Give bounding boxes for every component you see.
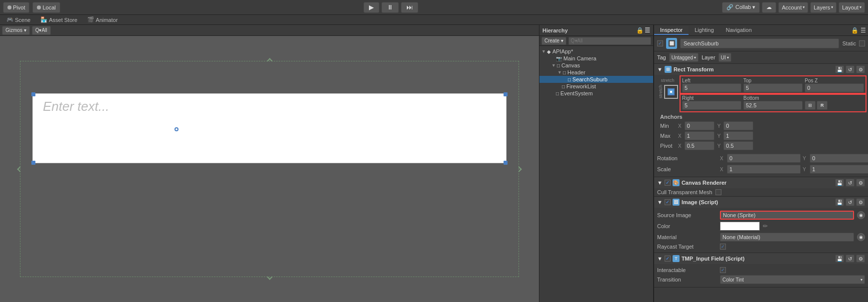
source-image-circle-btn[interactable]: ◉ xyxy=(857,211,865,219)
all-button[interactable]: Q▾All xyxy=(32,26,51,35)
pause-button[interactable]: ⏸ xyxy=(381,2,399,13)
canvas-renderer-checkbox[interactable] xyxy=(665,180,671,186)
list-item[interactable]: ▶ □ SearchSuburb xyxy=(539,76,653,83)
stretch-center xyxy=(670,91,672,93)
stretch-area: stretch stretch xyxy=(657,77,678,111)
list-item[interactable]: ▼ □ Canvas xyxy=(539,62,653,69)
handle-br[interactable] xyxy=(504,161,508,165)
list-item[interactable]: ▼ ◆ APIApp* xyxy=(539,48,653,55)
posz-input[interactable] xyxy=(805,83,864,92)
tab-asset-store[interactable]: 🏪 Asset Store xyxy=(36,15,82,24)
cr-save-btn[interactable]: 💾 xyxy=(835,179,844,187)
min-row: Min X Y xyxy=(660,121,862,131)
is-reset-btn[interactable]: ↺ xyxy=(846,198,855,206)
static-checkbox[interactable] xyxy=(859,40,865,46)
tab-lighting[interactable]: Lighting xyxy=(689,26,720,35)
list-item[interactable]: ▶ □ EventSystem xyxy=(539,90,653,97)
input-field-display[interactable]: Enter text... xyxy=(32,93,507,163)
layers-dropdown[interactable]: Layers ▾ xyxy=(810,2,837,13)
bottom-group: Bottom xyxy=(743,95,803,110)
raycast-checkbox[interactable] xyxy=(720,244,726,250)
material-circle-btn[interactable]: ◉ xyxy=(857,233,865,241)
left-label: Left xyxy=(682,78,741,83)
pivot-x-input[interactable] xyxy=(685,141,714,150)
scale-x-input[interactable] xyxy=(727,165,801,174)
list-item[interactable]: ▶ □ FireworkList xyxy=(539,83,653,90)
step-button[interactable]: ⏭ xyxy=(401,2,418,13)
source-image-input[interactable] xyxy=(720,211,854,220)
rect-menu-btn[interactable]: ⚙ xyxy=(856,65,865,73)
object-enabled-checkbox[interactable] xyxy=(657,40,663,46)
top-input[interactable] xyxy=(743,83,803,92)
material-input[interactable] xyxy=(720,233,854,242)
canvas-renderer-header[interactable]: ▼ 🎨 Canvas Renderer 💾 ↺ ⚙ xyxy=(654,177,868,188)
min-x-input[interactable] xyxy=(685,121,714,130)
hierarchy-search[interactable] xyxy=(568,37,651,45)
image-script-checkbox[interactable] xyxy=(665,199,671,205)
tmp-input-checkbox[interactable] xyxy=(665,256,671,262)
tag-dropdown[interactable]: Untagged ▾ xyxy=(669,53,698,62)
color-swatch[interactable] xyxy=(720,222,760,231)
gizmos-button[interactable]: Gizmos ▾ xyxy=(2,26,30,35)
pivot-y-label: Y xyxy=(717,143,721,149)
layout-dropdown[interactable]: Layout ▾ xyxy=(839,2,865,13)
list-item[interactable]: ▼ □ Header xyxy=(539,69,653,76)
tmp-reset-btn[interactable]: ↺ xyxy=(846,255,855,263)
is-save-btn[interactable]: 💾 xyxy=(835,198,844,206)
color-edit-icon[interactable]: ✏ xyxy=(763,223,768,230)
is-menu-btn[interactable]: ⚙ xyxy=(856,198,865,206)
pivot-button[interactable]: Pivot xyxy=(3,2,29,13)
lighting-tab-label: Lighting xyxy=(694,27,714,33)
tmp-save-btn[interactable]: 💾 xyxy=(835,255,844,263)
object-name-input[interactable] xyxy=(680,38,839,48)
bottom-input[interactable] xyxy=(743,101,803,110)
gizmos-label: Gizmos ▾ xyxy=(5,27,26,33)
layer-dropdown[interactable]: UI ▾ xyxy=(718,53,731,62)
rect-save-btn[interactable]: 💾 xyxy=(835,65,844,73)
inspector-tab-label: Inspector xyxy=(660,27,683,33)
play-button[interactable]: ▶ xyxy=(363,2,379,13)
source-image-label: Source Image xyxy=(657,212,717,218)
tmp-menu-btn[interactable]: ⚙ xyxy=(856,255,865,263)
scale-label: Scale xyxy=(657,166,717,172)
pivot-y-input[interactable] xyxy=(723,141,753,150)
transition-dropdown[interactable]: Color Tint ▾ xyxy=(720,275,865,284)
collab-button[interactable]: 🔗 Collab ▾ xyxy=(722,2,760,13)
tab-navigation[interactable]: Navigation xyxy=(720,26,758,35)
right-input[interactable] xyxy=(682,101,741,110)
max-x-input[interactable] xyxy=(685,131,714,140)
rect-reset-btn[interactable]: ↺ xyxy=(846,65,855,73)
lock-button[interactable]: 🔒 xyxy=(851,27,859,34)
list-item[interactable]: ▶ 📷 Main Camera xyxy=(539,55,653,62)
account-dropdown[interactable]: Account ▾ xyxy=(778,2,808,13)
handle-tl[interactable] xyxy=(31,92,35,96)
min-y-input[interactable] xyxy=(723,121,753,130)
rotation-label: Rotation xyxy=(657,155,717,161)
max-y-input[interactable] xyxy=(723,131,753,140)
handle-tr[interactable] xyxy=(504,92,508,96)
r-button[interactable]: R xyxy=(817,101,828,110)
rect-transform-header[interactable]: ▼ ⊞ Rect Transform 💾 ↺ ⚙ xyxy=(654,64,868,75)
stretch-icon-button[interactable] xyxy=(664,85,678,99)
blueprint-button[interactable]: ⊞ xyxy=(805,101,816,110)
handle-bl[interactable] xyxy=(31,161,35,165)
create-button[interactable]: Create ▾ xyxy=(541,37,566,45)
image-script-header[interactable]: ▼ 🖼 Image (Script) 💾 ↺ ⚙ xyxy=(654,197,868,208)
scene-canvas[interactable]: Enter text... xyxy=(0,36,539,302)
local-button[interactable]: Local xyxy=(32,2,60,13)
left-input[interactable] xyxy=(682,83,741,92)
tab-scene[interactable]: 🎮 Scene xyxy=(2,15,35,24)
scale-y-input[interactable] xyxy=(810,165,868,174)
menu-icon[interactable]: ☰ xyxy=(645,27,650,34)
inspector-menu-button[interactable]: ☰ xyxy=(861,27,866,34)
cull-checkbox[interactable] xyxy=(715,189,721,195)
rot-y-input[interactable] xyxy=(810,154,868,163)
cr-reset-btn[interactable]: ↺ xyxy=(846,179,855,187)
interactable-checkbox[interactable] xyxy=(720,267,726,273)
cloud-button[interactable]: ☁ xyxy=(762,2,776,13)
tmp-input-header[interactable]: ▼ T TMP_Input Field (Script) 💾 ↺ ⚙ xyxy=(654,253,868,264)
cr-menu-btn[interactable]: ⚙ xyxy=(856,179,865,187)
rot-x-input[interactable] xyxy=(727,154,801,163)
tab-animator[interactable]: 🎬 Animator xyxy=(83,15,122,24)
tab-inspector[interactable]: Inspector xyxy=(654,26,689,35)
